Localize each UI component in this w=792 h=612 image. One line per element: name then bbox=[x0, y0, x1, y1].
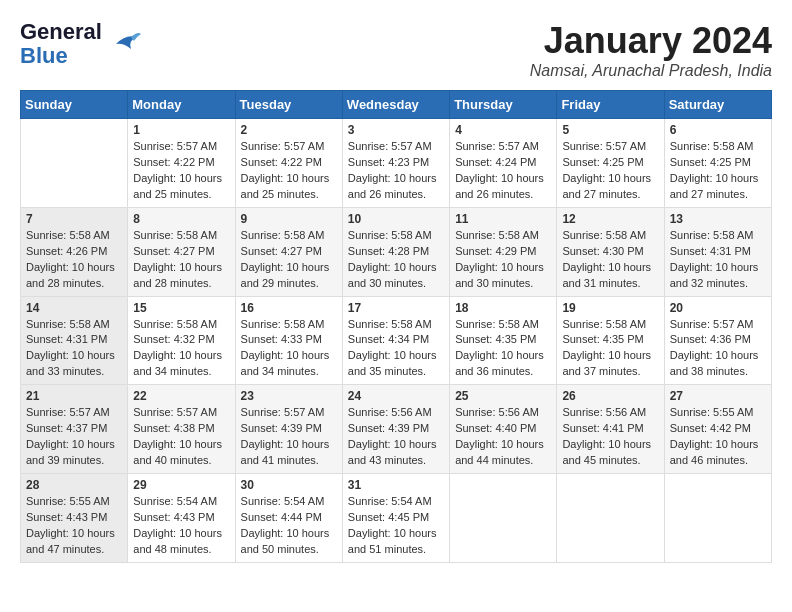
day-info-line: and 46 minutes. bbox=[670, 453, 766, 469]
day-info-line: Sunrise: 5:57 AM bbox=[241, 139, 337, 155]
day-number: 19 bbox=[562, 301, 658, 315]
day-number: 2 bbox=[241, 123, 337, 137]
day-info-line: and 27 minutes. bbox=[670, 187, 766, 203]
day-info-line: Sunrise: 5:57 AM bbox=[26, 405, 122, 421]
day-info-line: Sunrise: 5:57 AM bbox=[455, 139, 551, 155]
day-info-line: Sunset: 4:35 PM bbox=[455, 332, 551, 348]
day-info-line: Sunrise: 5:58 AM bbox=[26, 317, 122, 333]
calendar-cell: 8Sunrise: 5:58 AMSunset: 4:27 PMDaylight… bbox=[128, 207, 235, 296]
calendar-cell: 13Sunrise: 5:58 AMSunset: 4:31 PMDayligh… bbox=[664, 207, 771, 296]
day-info-line: Daylight: 10 hours bbox=[241, 348, 337, 364]
day-info-line: Sunset: 4:27 PM bbox=[133, 244, 229, 260]
calendar-title: January 2024 bbox=[530, 20, 772, 62]
header-friday: Friday bbox=[557, 91, 664, 119]
calendar-cell: 24Sunrise: 5:56 AMSunset: 4:39 PMDayligh… bbox=[342, 385, 449, 474]
day-number: 4 bbox=[455, 123, 551, 137]
day-number: 25 bbox=[455, 389, 551, 403]
day-info-line: Sunset: 4:22 PM bbox=[241, 155, 337, 171]
day-info-line: Sunrise: 5:58 AM bbox=[133, 228, 229, 244]
day-info-line: Sunrise: 5:57 AM bbox=[133, 405, 229, 421]
day-info-line: Sunrise: 5:58 AM bbox=[241, 317, 337, 333]
calendar-cell: 16Sunrise: 5:58 AMSunset: 4:33 PMDayligh… bbox=[235, 296, 342, 385]
day-number: 28 bbox=[26, 478, 122, 492]
day-info-line: Daylight: 10 hours bbox=[133, 348, 229, 364]
day-info-line: Sunset: 4:27 PM bbox=[241, 244, 337, 260]
day-info-line: Sunset: 4:22 PM bbox=[133, 155, 229, 171]
day-info-line: Sunset: 4:34 PM bbox=[348, 332, 444, 348]
calendar-cell bbox=[450, 474, 557, 563]
day-number: 27 bbox=[670, 389, 766, 403]
day-number: 21 bbox=[26, 389, 122, 403]
calendar-header-row: SundayMondayTuesdayWednesdayThursdayFrid… bbox=[21, 91, 772, 119]
day-info-line: and 36 minutes. bbox=[455, 364, 551, 380]
day-info-line: and 35 minutes. bbox=[348, 364, 444, 380]
day-info-line: Sunset: 4:43 PM bbox=[133, 510, 229, 526]
day-info-line: and 51 minutes. bbox=[348, 542, 444, 558]
day-content: Sunrise: 5:58 AMSunset: 4:27 PMDaylight:… bbox=[241, 228, 337, 292]
day-content: Sunrise: 5:57 AMSunset: 4:22 PMDaylight:… bbox=[241, 139, 337, 203]
day-number: 23 bbox=[241, 389, 337, 403]
day-info-line: Sunset: 4:32 PM bbox=[133, 332, 229, 348]
day-info-line: Sunrise: 5:57 AM bbox=[562, 139, 658, 155]
day-info-line: and 41 minutes. bbox=[241, 453, 337, 469]
calendar-cell bbox=[557, 474, 664, 563]
day-info-line: Sunrise: 5:57 AM bbox=[670, 317, 766, 333]
day-number: 15 bbox=[133, 301, 229, 315]
day-info-line: Sunrise: 5:58 AM bbox=[241, 228, 337, 244]
day-info-line: and 33 minutes. bbox=[26, 364, 122, 380]
day-info-line: Daylight: 10 hours bbox=[241, 526, 337, 542]
day-info-line: Sunset: 4:35 PM bbox=[562, 332, 658, 348]
day-info-line: Sunrise: 5:58 AM bbox=[348, 317, 444, 333]
calendar-cell: 12Sunrise: 5:58 AMSunset: 4:30 PMDayligh… bbox=[557, 207, 664, 296]
day-info-line: Sunset: 4:39 PM bbox=[348, 421, 444, 437]
day-info-line: Daylight: 10 hours bbox=[562, 348, 658, 364]
day-info-line: and 26 minutes. bbox=[455, 187, 551, 203]
day-info-line: Sunset: 4:45 PM bbox=[348, 510, 444, 526]
day-info-line: and 28 minutes. bbox=[133, 276, 229, 292]
day-info-line: Sunset: 4:33 PM bbox=[241, 332, 337, 348]
day-content: Sunrise: 5:58 AMSunset: 4:28 PMDaylight:… bbox=[348, 228, 444, 292]
calendar-cell: 22Sunrise: 5:57 AMSunset: 4:38 PMDayligh… bbox=[128, 385, 235, 474]
day-number: 20 bbox=[670, 301, 766, 315]
header-tuesday: Tuesday bbox=[235, 91, 342, 119]
calendar-cell bbox=[21, 119, 128, 208]
calendar-week-1: 1Sunrise: 5:57 AMSunset: 4:22 PMDaylight… bbox=[21, 119, 772, 208]
day-info-line: Sunrise: 5:58 AM bbox=[562, 228, 658, 244]
calendar-cell: 26Sunrise: 5:56 AMSunset: 4:41 PMDayligh… bbox=[557, 385, 664, 474]
day-info-line: Sunset: 4:30 PM bbox=[562, 244, 658, 260]
day-content: Sunrise: 5:58 AMSunset: 4:34 PMDaylight:… bbox=[348, 317, 444, 381]
day-info-line: Daylight: 10 hours bbox=[348, 437, 444, 453]
day-content: Sunrise: 5:58 AMSunset: 4:29 PMDaylight:… bbox=[455, 228, 551, 292]
header-monday: Monday bbox=[128, 91, 235, 119]
day-info-line: and 32 minutes. bbox=[670, 276, 766, 292]
calendar-cell: 30Sunrise: 5:54 AMSunset: 4:44 PMDayligh… bbox=[235, 474, 342, 563]
day-info-line: Daylight: 10 hours bbox=[670, 260, 766, 276]
day-info-line: Sunrise: 5:58 AM bbox=[26, 228, 122, 244]
calendar-cell: 23Sunrise: 5:57 AMSunset: 4:39 PMDayligh… bbox=[235, 385, 342, 474]
day-number: 10 bbox=[348, 212, 444, 226]
day-info-line: and 45 minutes. bbox=[562, 453, 658, 469]
day-info-line: Daylight: 10 hours bbox=[562, 260, 658, 276]
day-info-line: Sunrise: 5:55 AM bbox=[670, 405, 766, 421]
day-info-line: and 40 minutes. bbox=[133, 453, 229, 469]
calendar-cell bbox=[664, 474, 771, 563]
day-content: Sunrise: 5:57 AMSunset: 4:23 PMDaylight:… bbox=[348, 139, 444, 203]
day-info-line: Sunrise: 5:54 AM bbox=[241, 494, 337, 510]
day-number: 9 bbox=[241, 212, 337, 226]
day-content: Sunrise: 5:58 AMSunset: 4:31 PMDaylight:… bbox=[26, 317, 122, 381]
day-info-line: Sunrise: 5:58 AM bbox=[348, 228, 444, 244]
day-info-line: Sunset: 4:37 PM bbox=[26, 421, 122, 437]
day-number: 12 bbox=[562, 212, 658, 226]
day-info-line: Daylight: 10 hours bbox=[455, 348, 551, 364]
day-info-line: Sunrise: 5:58 AM bbox=[670, 139, 766, 155]
day-content: Sunrise: 5:58 AMSunset: 4:35 PMDaylight:… bbox=[455, 317, 551, 381]
day-info-line: Sunset: 4:28 PM bbox=[348, 244, 444, 260]
calendar-cell: 15Sunrise: 5:58 AMSunset: 4:32 PMDayligh… bbox=[128, 296, 235, 385]
day-info-line: Sunrise: 5:56 AM bbox=[348, 405, 444, 421]
day-info-line: Daylight: 10 hours bbox=[670, 348, 766, 364]
day-number: 7 bbox=[26, 212, 122, 226]
header-sunday: Sunday bbox=[21, 91, 128, 119]
day-number: 24 bbox=[348, 389, 444, 403]
day-info-line: and 31 minutes. bbox=[562, 276, 658, 292]
day-info-line: Sunrise: 5:57 AM bbox=[133, 139, 229, 155]
